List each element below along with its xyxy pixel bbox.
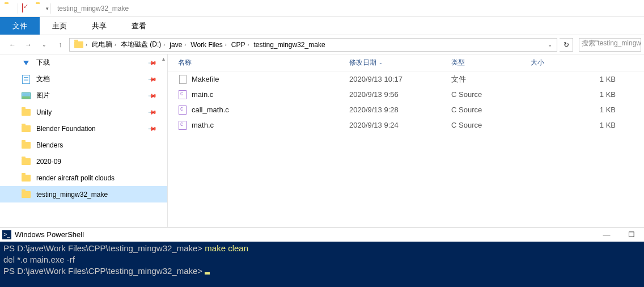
crumb-0[interactable]: 此电脑› [90, 40, 118, 49]
sidebar-item-label: testing_mingw32_make [36, 191, 108, 199]
breadcrumb-root-icon [74, 41, 83, 48]
sidebar-item-2[interactable]: 图片📌 [0, 87, 167, 104]
qat-newfolder-icon[interactable] [36, 4, 45, 13]
tab-file[interactable]: 文件 [0, 17, 40, 35]
scroll-up-icon[interactable]: ▴ [162, 56, 165, 62]
sidebar-item-1[interactable]: 文档📌 [0, 71, 167, 87]
sidebar-item-label: 文档 [36, 74, 50, 84]
file-size: 1 KB [531, 90, 644, 99]
sidebar-item-label: 图片 [36, 91, 50, 100]
main-area: ▴ 下载📌文档📌图片📌Unity📌Blender Foundation📌Blen… [0, 54, 644, 227]
tab-share[interactable]: 共享 [79, 17, 119, 35]
sidebar-item-8[interactable]: testing_mingw32_make [0, 186, 167, 202]
folder-icon [22, 124, 31, 133]
column-headers: 名称 修改日期⌄ 类型 大小 [168, 54, 644, 71]
tab-view[interactable]: 查看 [119, 17, 159, 35]
nav-up-button[interactable]: ↑ [53, 38, 67, 52]
nav-history-button[interactable]: ⌄ [37, 38, 51, 52]
breadcrumb-dropdown-icon[interactable]: ⌄ [545, 41, 554, 48]
sidebar-item-label: 下载 [36, 58, 50, 67]
file-size: 1 KB [531, 105, 644, 114]
table-row[interactable]: main.c2020/9/13 9:56C Source1 KB [168, 87, 644, 102]
csrc-icon [178, 105, 187, 115]
address-row: ← → ⌄ ↑ › 此电脑› 本地磁盘 (D:)› jave› Work Fil… [0, 35, 644, 54]
sidebar-item-5[interactable]: Blenders [0, 137, 167, 153]
crumb-4[interactable]: CPP› [229, 41, 252, 49]
folder-icon [22, 157, 31, 166]
folder-icon [22, 108, 31, 117]
file-name: math.c [192, 121, 214, 129]
file-type: C Source [451, 90, 531, 99]
table-row[interactable]: call_math.c2020/9/13 9:28C Source1 KB [168, 102, 644, 117]
file-name: Makefile [192, 75, 219, 83]
powershell-titlebar: >_ Windows PowerShell — ☐ [0, 227, 644, 242]
file-list: Makefile2020/9/13 10:17文件1 KBmain.c2020/… [168, 71, 644, 227]
nav-forward-button[interactable]: → [22, 38, 35, 52]
csrc-icon [178, 90, 187, 99]
pic-icon [22, 91, 31, 100]
sidebar-item-label: render aircraft polit clouds [36, 174, 115, 182]
ps-maximize-button[interactable]: ☐ [619, 227, 644, 242]
file-date: 2020/9/13 9:24 [349, 121, 451, 129]
crumb-3[interactable]: Work Files› [188, 41, 228, 49]
file-icon [178, 75, 187, 84]
folder-icon [22, 141, 31, 150]
file-pane: 名称 修改日期⌄ 类型 大小 Makefile2020/9/13 10:17文件… [168, 54, 644, 227]
doc-icon [22, 75, 31, 84]
app-folder-icon [5, 4, 14, 13]
qat-properties-icon[interactable] [22, 4, 31, 13]
sidebar-item-label: Blender Foundation [36, 125, 96, 133]
sidebar-item-6[interactable]: 2020-09 [0, 153, 167, 170]
cursor [205, 272, 210, 275]
col-name[interactable]: 名称 [168, 58, 349, 67]
crumb-2[interactable]: jave› [167, 41, 188, 49]
crumb-5[interactable]: testing_mingw32_make [251, 41, 327, 49]
sidebar-item-3[interactable]: Unity📌 [0, 104, 167, 120]
pin-icon: 📌 [148, 107, 157, 116]
window-title: testing_mingw32_make [57, 5, 129, 12]
nav-back-button[interactable]: ← [6, 38, 19, 52]
powershell-title: Windows PowerShell [15, 230, 84, 239]
search-input[interactable]: 搜索"testing_mingw32_make" [579, 38, 641, 52]
sidebar-item-4[interactable]: Blender Foundation📌 [0, 120, 167, 137]
ps-minimize-button[interactable]: — [594, 227, 619, 242]
file-type: 文件 [451, 74, 531, 85]
file-size: 1 KB [531, 121, 644, 129]
sidebar-item-7[interactable]: render aircraft polit clouds [0, 170, 167, 186]
crumb-1[interactable]: 本地磁盘 (D:)› [118, 40, 167, 49]
file-date: 2020/9/13 9:56 [349, 90, 451, 99]
file-name: main.c [192, 90, 213, 99]
file-type: C Source [451, 105, 531, 114]
table-row[interactable]: math.c2020/9/13 9:24C Source1 KB [168, 117, 644, 133]
pin-icon: 📌 [148, 91, 157, 100]
file-date: 2020/9/13 10:17 [349, 75, 451, 83]
nav-pane: ▴ 下载📌文档📌图片📌Unity📌Blender Foundation📌Blen… [0, 54, 168, 227]
file-date: 2020/9/13 9:28 [349, 105, 451, 114]
tab-home[interactable]: 主页 [40, 17, 79, 35]
col-date[interactable]: 修改日期⌄ [349, 58, 451, 67]
title-bar: ▾ testing_mingw32_make [0, 0, 644, 17]
file-size: 1 KB [531, 75, 644, 83]
refresh-button[interactable]: ↻ [560, 38, 573, 52]
pin-icon: 📌 [148, 58, 157, 67]
csrc-icon [178, 121, 187, 130]
qat-dropdown-icon[interactable]: ▾ [46, 6, 49, 11]
sort-desc-icon: ⌄ [379, 60, 383, 65]
sidebar-item-label: Blenders [36, 141, 63, 149]
pin-icon: 📌 [148, 124, 157, 133]
col-type[interactable]: 类型 [451, 58, 531, 67]
sidebar-item-label: Unity [36, 108, 52, 116]
breadcrumb[interactable]: › 此电脑› 本地磁盘 (D:)› jave› Work Files› CPP›… [69, 38, 557, 52]
col-size[interactable]: 大小 [531, 58, 644, 67]
folder-icon [22, 190, 31, 199]
powershell-icon: >_ [2, 230, 11, 239]
pin-icon: 📌 [148, 74, 157, 83]
download-icon [22, 58, 31, 67]
folder-icon [22, 174, 31, 183]
terminal[interactable]: PS D:\jave\Work Files\CPP\testing_mingw3… [0, 242, 644, 287]
sidebar-item-label: 2020-09 [36, 158, 61, 166]
table-row[interactable]: Makefile2020/9/13 10:17文件1 KB [168, 71, 644, 87]
sidebar-item-0[interactable]: 下载📌 [0, 54, 167, 71]
ribbon-tabs: 文件 主页 共享 查看 [0, 17, 644, 35]
file-name: call_math.c [192, 105, 229, 114]
